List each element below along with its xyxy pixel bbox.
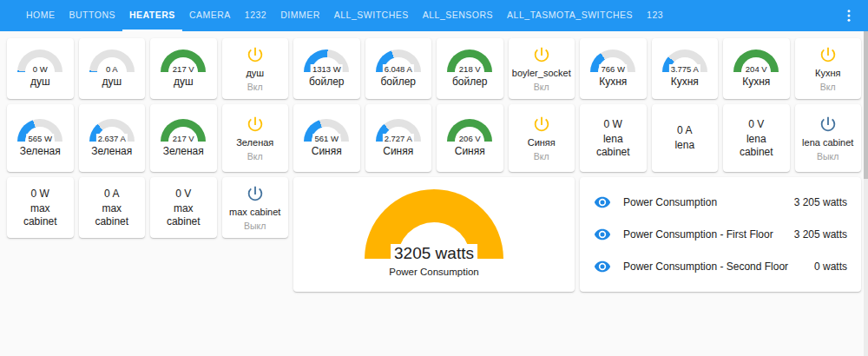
- button-card-boyler-socket[interactable]: boyler_socket Вкл: [509, 38, 575, 99]
- entity-value: 0 watts: [814, 260, 847, 273]
- tab-home[interactable]: HOME: [19, 0, 62, 31]
- gauge-name: Power Consumption: [389, 267, 479, 277]
- gauge-name: Зеленая: [91, 145, 132, 157]
- button-card-dush[interactable]: душ Вкл: [222, 38, 289, 99]
- scrollbar-thumb[interactable]: [864, 31, 868, 179]
- button-card-lena-cabinet[interactable]: lena cabinet Выкл: [795, 104, 862, 172]
- gauge-card-dush-voltage[interactable]: 217 V душ: [150, 38, 217, 99]
- gauge-arc: 217 V: [161, 49, 206, 72]
- button-card-kitchen[interactable]: Кухня Вкл: [795, 38, 862, 99]
- gauge-value: 217 V: [171, 134, 196, 143]
- gauge-value: 217 V: [171, 64, 196, 74]
- gauge-name: Кухня: [599, 76, 627, 88]
- gauge-name: Кухня: [671, 76, 699, 88]
- gauge-arc: 206 V: [447, 119, 492, 142]
- gauge-arc: 0 A: [89, 49, 135, 72]
- gauge-arc: 204 V: [733, 49, 779, 72]
- sensor-value: 0 W: [31, 188, 49, 200]
- sensor-card-max-power[interactable]: 0 W max cabinet: [7, 177, 74, 238]
- gauge-card-boiler-power[interactable]: 1313 W бойлер: [293, 38, 360, 99]
- gauge-card-zelenaya-current[interactable]: 2.637 A Зеленая: [79, 104, 146, 172]
- gauge-value: 204 V: [744, 64, 769, 74]
- sensor-name: max cabinet: [154, 202, 214, 227]
- entity-label: Power Consumption - First Floor: [623, 228, 782, 241]
- sensor-name: lena cabinet: [727, 133, 786, 158]
- power-icon: [246, 184, 265, 203]
- button-state: Вкл: [247, 151, 263, 162]
- gauge-arc: 217 V: [161, 119, 206, 142]
- tab-all-tasmota-switches[interactable]: ALL_TASMOTA_SWITCHES: [500, 0, 640, 31]
- entity-row-power-first-floor[interactable]: Power Consumption - First Floor 3 205 wa…: [594, 218, 847, 250]
- gauge-card-sinyaya-power[interactable]: 561 W Синяя: [293, 104, 360, 172]
- kebab-menu-icon: [841, 8, 857, 23]
- button-card-max-cabinet[interactable]: max cabinet Выкл: [222, 177, 289, 238]
- entities-card-power: Power Consumption 3 205 watts Power Cons…: [580, 177, 861, 292]
- button-name: Зеленая: [236, 137, 273, 148]
- sensor-card-max-voltage[interactable]: 0 V max cabinet: [150, 177, 217, 238]
- gauge-card-dush-current[interactable]: 0 A душ: [79, 38, 146, 99]
- sensor-card-lena-power[interactable]: 0 W lena cabinet: [580, 104, 647, 172]
- entity-row-power-second-floor[interactable]: Power Consumption - Second Floor 0 watts: [594, 251, 847, 283]
- button-state: Вкл: [247, 82, 263, 92]
- entity-row-power-consumption[interactable]: Power Consumption 3 205 watts: [594, 186, 847, 218]
- entity-label: Power Consumption - Second Floor: [623, 260, 802, 273]
- gauge-value: 0 A: [104, 64, 120, 74]
- gauge-name: душ: [102, 76, 122, 88]
- tab-all-sensors[interactable]: ALL_SENSORS: [416, 0, 500, 31]
- sensor-card-lena-current[interactable]: 0 A lena: [652, 104, 719, 172]
- eye-icon: [594, 226, 611, 243]
- gauge-arc: 766 W: [590, 49, 635, 72]
- button-state: Вкл: [534, 82, 549, 92]
- gauge-card-boiler-current[interactable]: 6.048 A бойлер: [365, 38, 432, 99]
- tab-heaters[interactable]: HEATERS: [122, 0, 182, 31]
- gauge-name: Синяя: [383, 145, 413, 157]
- sensor-value: 0 W: [604, 118, 622, 130]
- gauge-name: бойлер: [452, 76, 488, 88]
- tab-123[interactable]: 123: [640, 0, 670, 31]
- gauge-arc: 2.637 A: [89, 119, 135, 142]
- tab-camera[interactable]: CAMERA: [182, 0, 238, 31]
- gauge-card-kitchen-power[interactable]: 766 W Кухня: [580, 38, 647, 99]
- tab-1232[interactable]: 1232: [238, 0, 273, 31]
- button-state: Вкл: [820, 82, 836, 92]
- power-icon: [819, 115, 838, 134]
- tab-dimmer[interactable]: DIMMER: [273, 0, 327, 31]
- button-card-sinyaya[interactable]: Синяя Вкл: [509, 104, 575, 172]
- button-state: Выкл: [244, 221, 266, 231]
- gauge-arc: 3205 watts: [365, 189, 503, 259]
- button-name: душ: [246, 68, 264, 78]
- view-tabs: HOME BUTTONS HEATERS CAMERA 1232 DIMMER …: [0, 0, 670, 31]
- dashboard-board: 0 W душ 0 A душ 217 V душ душ Вкл 1313 W…: [0, 31, 868, 299]
- gauge-value: 3.775 A: [669, 64, 700, 74]
- sensor-card-max-current[interactable]: 0 A max cabinet: [79, 177, 146, 238]
- sensor-name: lena cabinet: [583, 133, 643, 158]
- sensor-value: 0 V: [175, 188, 191, 200]
- sensor-name: max cabinet: [82, 202, 142, 227]
- tab-buttons[interactable]: BUTTONS: [62, 0, 122, 31]
- gauge-arc: 6.048 A: [376, 49, 421, 72]
- button-name: boyler_socket: [512, 68, 571, 78]
- gauge-name: Зеленая: [20, 145, 61, 157]
- entity-value: 3 205 watts: [794, 196, 847, 208]
- gauge-card-boiler-voltage[interactable]: 218 V бойлер: [437, 38, 503, 99]
- gauge-card-kitchen-current[interactable]: 3.775 A Кухня: [652, 38, 719, 99]
- button-state: Вкл: [534, 151, 549, 162]
- entity-value: 3 205 watts: [794, 228, 847, 241]
- button-card-zelenaya[interactable]: Зеленая Вкл: [222, 104, 289, 172]
- entity-label: Power Consumption: [623, 196, 782, 208]
- overflow-menu-button[interactable]: [830, 0, 868, 31]
- gauge-arc: 0 W: [17, 49, 62, 72]
- tab-all-switches[interactable]: ALL_SWITCHES: [327, 0, 416, 31]
- gauge-card-sinyaya-voltage[interactable]: 206 V Синяя: [437, 104, 503, 172]
- gauge-card-kitchen-voltage[interactable]: 204 V Кухня: [723, 38, 790, 99]
- gauge-card-zelenaya-power[interactable]: 565 W Зеленая: [7, 104, 74, 172]
- vertical-scrollbar[interactable]: [864, 31, 868, 356]
- power-icon: [532, 115, 551, 134]
- sensor-card-lena-voltage[interactable]: 0 V lena cabinet: [723, 104, 790, 172]
- gauge-card-dush-power[interactable]: 0 W душ: [7, 38, 74, 99]
- gauge-card-zelenaya-voltage[interactable]: 217 V Зеленая: [150, 104, 217, 172]
- power-icon: [819, 45, 838, 64]
- gauge-arc: 218 V: [447, 49, 492, 72]
- gauge-card-sinyaya-current[interactable]: 2.727 A Синяя: [365, 104, 432, 172]
- gauge-card-total-power[interactable]: 3205 watts Power Consumption: [293, 177, 575, 292]
